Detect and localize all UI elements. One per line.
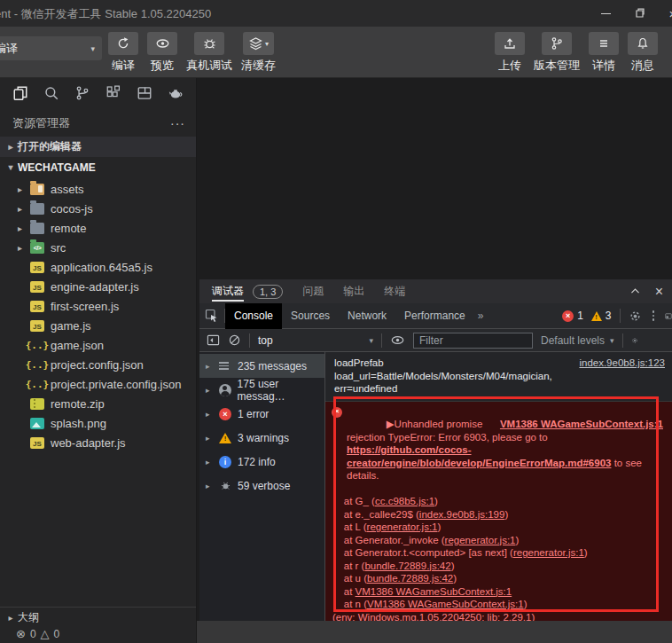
folder-icon bbox=[30, 184, 44, 195]
toolbar-right-group: 上传 版本管理 详情 消息 bbox=[495, 32, 658, 74]
tree-item-remote-zip[interactable]: remote.zip bbox=[0, 394, 196, 413]
filter-all-messages[interactable]: ▸235 messages bbox=[199, 354, 324, 378]
tree-item-remote[interactable]: ▸remote bbox=[0, 218, 196, 238]
remote-debug-button[interactable]: 真机调试 bbox=[186, 32, 232, 74]
tab-console[interactable]: Console bbox=[225, 303, 282, 329]
inspect-element-icon[interactable] bbox=[205, 309, 219, 323]
tab-network[interactable]: Network bbox=[339, 303, 395, 329]
compile-mode-select[interactable]: 普通编译 ▾ bbox=[0, 36, 102, 60]
console-message-filters: ▸235 messages ▸175 user messag… ▸×1 erro… bbox=[199, 352, 325, 621]
section-open-editors[interactable]: ▸ 打开的编辑器 bbox=[0, 137, 196, 157]
settings-gear-icon[interactable] bbox=[629, 310, 642, 323]
extensions-icon[interactable] bbox=[105, 85, 121, 101]
tree-item-splash-png[interactable]: splash.png bbox=[0, 413, 196, 433]
tree-item-project-config-json[interactable]: {..}project.config.json bbox=[0, 355, 196, 374]
more-options-icon[interactable] bbox=[650, 310, 658, 321]
warning-count[interactable]: 0 bbox=[54, 628, 60, 640]
explorer-header: 资源管理器 ··· bbox=[0, 108, 196, 137]
tab-sources[interactable]: Sources bbox=[282, 303, 339, 329]
filter-warnings[interactable]: ▸!3 warnings bbox=[199, 426, 324, 450]
activity-bar bbox=[0, 78, 196, 108]
console-settings-icon[interactable] bbox=[631, 334, 638, 347]
section-project[interactable]: ▾ WECHATGAME bbox=[0, 157, 196, 177]
json-file-icon: {..} bbox=[30, 379, 44, 390]
compile-button[interactable]: 编译 bbox=[108, 32, 138, 74]
console-warning-badge[interactable]: !3 bbox=[591, 310, 612, 322]
json-file-icon: {..} bbox=[30, 359, 44, 371]
chevron-right-icon: ▸ bbox=[5, 613, 16, 623]
tree-item-application-js[interactable]: JSapplication.645a5.js bbox=[0, 257, 196, 277]
source-link[interactable]: bundle.72889.js:42 bbox=[367, 573, 453, 584]
console-error-badge[interactable]: ×1 bbox=[562, 310, 583, 322]
version-manage-button[interactable]: 版本管理 bbox=[534, 32, 580, 74]
js-file-icon: JS bbox=[30, 437, 44, 449]
details-button[interactable]: 详情 bbox=[589, 32, 619, 74]
image-file-icon bbox=[30, 418, 44, 429]
tree-item-cocos-js[interactable]: ▸cocos-js bbox=[0, 199, 196, 218]
tree-item-src[interactable]: ▸</>src bbox=[0, 238, 196, 257]
live-expression-eye-icon[interactable] bbox=[390, 333, 405, 347]
sidebar: 资源管理器 ··· ▸ 打开的编辑器 ▾ WECHATGAME ▸assets … bbox=[0, 78, 197, 643]
source-link[interactable]: VM1386 WAGameSubContext.js:1 bbox=[356, 586, 512, 597]
source-control-icon[interactable] bbox=[74, 85, 90, 101]
tab-debugger[interactable]: 调试器 bbox=[212, 279, 244, 303]
search-icon[interactable] bbox=[43, 85, 59, 101]
clear-console-icon[interactable] bbox=[228, 333, 241, 347]
upload-button[interactable]: 上传 bbox=[495, 32, 525, 74]
close-icon: × bbox=[655, 284, 663, 300]
tab-terminal[interactable]: 终端 bbox=[384, 279, 405, 303]
source-link[interactable]: index.9e0b8.js:199 bbox=[419, 509, 505, 520]
close-button[interactable]: × bbox=[667, 7, 672, 20]
source-link[interactable]: regenerator.js:1 bbox=[367, 521, 438, 532]
tree-item-game-js[interactable]: JSgame.js bbox=[0, 316, 196, 335]
tree-item-first-screen-js[interactable]: JSfirst-screen.js bbox=[0, 296, 196, 316]
dock-side-icon[interactable] bbox=[665, 310, 672, 323]
minimize-button[interactable] bbox=[599, 7, 612, 20]
more-actions-icon[interactable]: ··· bbox=[170, 116, 185, 130]
filter-user-messages[interactable]: ▸175 user messag… bbox=[199, 378, 324, 402]
tab-output[interactable]: 输出 bbox=[343, 279, 364, 303]
tree-item-engine-adapter-js[interactable]: JSengine-adapter.js bbox=[0, 277, 196, 296]
filter-errors[interactable]: ▸×1 error bbox=[199, 402, 324, 426]
teapot-icon[interactable] bbox=[168, 85, 184, 101]
filter-verbose[interactable]: ▸59 verbose bbox=[199, 474, 324, 498]
collapse-panel-button[interactable] bbox=[629, 286, 641, 297]
tab-performance[interactable]: Performance bbox=[395, 303, 474, 329]
error-icon: × bbox=[219, 408, 231, 420]
show-console-sidebar-icon[interactable] bbox=[207, 333, 220, 347]
tree-item-web-adapter-js[interactable]: JSweb-adapter.js bbox=[0, 433, 196, 452]
chevron-down-icon: ▾ bbox=[369, 336, 373, 345]
source-link[interactable]: regenerator.js:1 bbox=[513, 547, 584, 558]
source-link[interactable]: regenerator.js:1 bbox=[445, 535, 516, 545]
error-map-link[interactable]: https://github.com/cocos-creator/engine/… bbox=[347, 444, 611, 468]
source-link[interactable]: VM1386 WAGameSubContext.js:1 bbox=[367, 599, 524, 609]
clear-cache-button[interactable]: ▾ 清缓存 bbox=[241, 32, 276, 74]
console-output: index.9e0b8.js:123loadPrefab load_url=Ba… bbox=[325, 352, 672, 621]
close-panel-button[interactable]: × bbox=[655, 284, 663, 300]
error-count[interactable]: 0 bbox=[30, 628, 36, 640]
frame-context-select[interactable]: top ▾ bbox=[258, 334, 373, 347]
more-tabs-icon[interactable]: » bbox=[478, 310, 484, 322]
debugger-badge: 1, 3 bbox=[253, 285, 283, 299]
editor-layout-icon[interactable] bbox=[137, 85, 152, 101]
log-levels-select[interactable]: Default levels ▾ bbox=[541, 334, 614, 347]
tree-item-assets[interactable]: ▸assets bbox=[0, 179, 196, 199]
preview-button[interactable]: 预览 bbox=[147, 32, 177, 74]
warnings-icon[interactable]: △ bbox=[41, 627, 50, 640]
messages-button[interactable]: 消息 bbox=[628, 32, 658, 74]
filter-info[interactable]: ▸i172 info bbox=[199, 450, 324, 474]
tree-item-project-private-config-json[interactable]: {..}project.private.config.json bbox=[0, 374, 196, 394]
console-content: ▸235 messages ▸175 user messag… ▸×1 erro… bbox=[199, 352, 672, 621]
errors-icon[interactable]: ⊗ bbox=[16, 627, 26, 640]
source-link[interactable]: VM1386 WAGameSubContext.js:1 bbox=[500, 418, 663, 431]
chevron-right-icon: ▸ bbox=[18, 243, 30, 253]
tree-item-game-json[interactable]: {..}game.json bbox=[0, 335, 196, 355]
stack-frame: at u (bundle.72889.js:42) bbox=[332, 572, 663, 585]
restore-button[interactable] bbox=[633, 7, 645, 20]
source-link[interactable]: bundle.72889.js:42 bbox=[364, 561, 450, 571]
console-filter-input[interactable] bbox=[413, 333, 533, 349]
source-link[interactable]: index.9e0b8.js:123 bbox=[579, 357, 665, 370]
explorer-icon[interactable] bbox=[12, 85, 28, 101]
tab-problems[interactable]: 问题 bbox=[302, 279, 324, 303]
source-link[interactable]: cc.c98b5.js:1 bbox=[375, 496, 434, 506]
